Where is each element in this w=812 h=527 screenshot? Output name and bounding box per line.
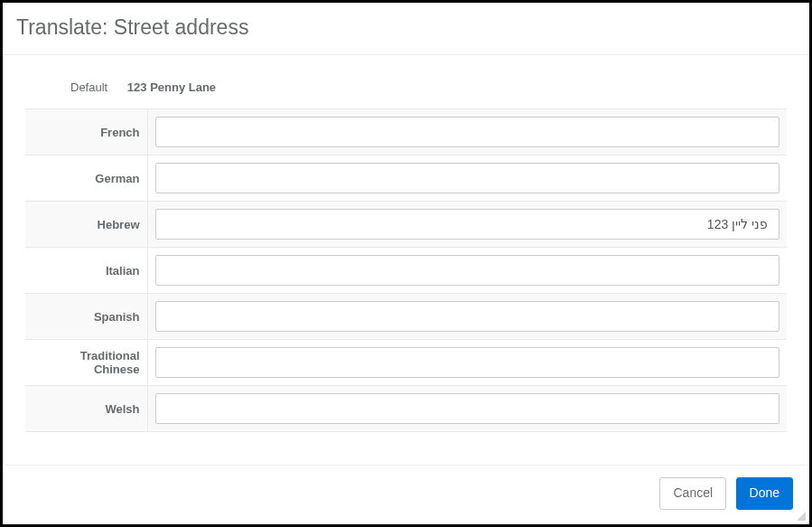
language-label-spanish: Spanish <box>25 294 147 340</box>
dialog-body: Default 123 Penny Lane FrenchGermanHebre… <box>3 55 809 468</box>
input-cell <box>147 386 787 432</box>
input-cell <box>147 340 787 386</box>
dialog-title: Translate: Street address <box>16 15 796 40</box>
translation-input-welsh[interactable] <box>155 393 780 424</box>
input-cell <box>147 202 787 248</box>
default-row: Default 123 Penny Lane <box>25 80 787 108</box>
language-label-hebrew: Hebrew <box>25 202 147 248</box>
translation-input-zh-tw[interactable] <box>155 347 780 378</box>
table-row: Italian <box>25 248 787 294</box>
table-row: Welsh <box>25 386 787 432</box>
translation-input-spanish[interactable] <box>155 301 780 332</box>
default-label: Default <box>70 80 107 94</box>
input-cell <box>147 155 787 202</box>
input-cell <box>147 109 787 155</box>
language-label-french: French <box>25 109 147 155</box>
cancel-button[interactable]: Cancel <box>659 477 726 510</box>
table-row: Traditional Chinese <box>25 340 787 386</box>
dialog-footer: Cancel Done <box>5 465 807 522</box>
language-label-italian: Italian <box>25 248 147 294</box>
input-cell <box>147 294 787 340</box>
language-label-zh-tw: Traditional Chinese <box>25 340 147 386</box>
translation-input-italian[interactable] <box>155 255 780 286</box>
language-label-german: German <box>25 155 147 202</box>
table-row: Spanish <box>25 294 787 340</box>
dialog-header: Translate: Street address <box>3 3 809 55</box>
language-label-welsh: Welsh <box>25 386 147 432</box>
table-row: Hebrew <box>25 202 787 248</box>
table-row: French <box>25 109 787 155</box>
translation-input-french[interactable] <box>155 117 780 147</box>
done-button[interactable]: Done <box>736 477 793 510</box>
translations-table: FrenchGermanHebrewItalianSpanishTraditio… <box>25 108 787 432</box>
default-value: 123 Penny Lane <box>127 80 216 94</box>
table-row: German <box>25 155 787 202</box>
translation-input-hebrew[interactable] <box>155 209 780 240</box>
translation-input-german[interactable] <box>155 163 780 193</box>
input-cell <box>147 248 787 294</box>
